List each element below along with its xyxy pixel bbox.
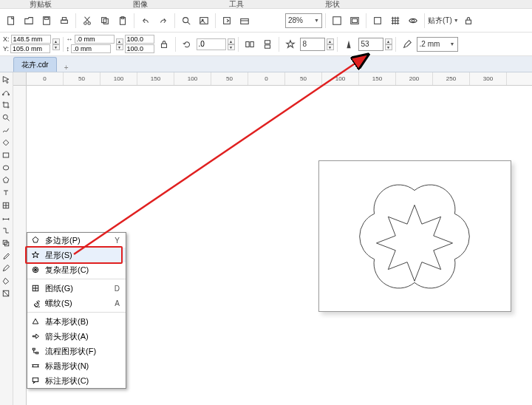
mirror-v-button[interactable] (259, 36, 276, 52)
flyout-label: 复杂星形(C) (45, 265, 89, 276)
table-tool[interactable] (0, 200, 12, 211)
lock-aspect-button[interactable] (156, 36, 172, 52)
cat-image: 图像 (133, 0, 148, 10)
fill-tool[interactable] (0, 275, 12, 287)
smart-fill-tool[interactable] (0, 137, 12, 149)
search-button[interactable] (178, 13, 194, 29)
eyedropper-tool[interactable] (0, 250, 12, 262)
svg-rect-38 (33, 348, 35, 350)
preview-button[interactable] (347, 13, 363, 29)
svg-rect-39 (36, 353, 38, 354)
svg-rect-3 (61, 20, 68, 23)
angle-input[interactable] (197, 38, 226, 50)
document-tab[interactable]: 花卉.cdr (13, 57, 57, 72)
complex-star-icon (30, 265, 41, 275)
add-tab-button[interactable]: + (60, 64, 73, 72)
polygon-tool-flyout: 多边形(P) Y 星形(S) 复杂星形(C) 图纸(G) D 螺纹(S) A 基… (27, 232, 126, 389)
outline-width-combo[interactable]: .2 mm▼ (417, 37, 458, 52)
scalex-input[interactable] (125, 35, 154, 44)
xy-spinner[interactable]: ▲▼ (52, 38, 60, 50)
flyout-complex-star[interactable]: 复杂星形(C) (27, 262, 126, 277)
svg-rect-25 (265, 40, 270, 43)
show-rulers-button[interactable] (369, 13, 386, 29)
flyout-polygon[interactable]: 多边形(P) Y (27, 233, 126, 248)
wh-spinner[interactable]: ▲▼ (116, 38, 123, 50)
shortcut: Y (112, 236, 123, 245)
eye-icon[interactable] (405, 13, 421, 29)
x-input[interactable] (11, 35, 51, 44)
flyout-banner-shapes[interactable]: 标题形状(N) (27, 358, 126, 373)
flyout-star[interactable]: 星形(S) (27, 248, 126, 262)
zoom-combo[interactable]: 28%▼ (285, 13, 322, 28)
freehand-tool[interactable] (0, 124, 12, 136)
sharp-spinner[interactable]: ▲▼ (385, 38, 392, 50)
svg-point-6 (88, 21, 91, 24)
height-input[interactable] (71, 44, 111, 53)
vertical-ruler[interactable] (13, 86, 27, 405)
points-input[interactable]: 8 (300, 38, 325, 51)
scaley-input[interactable] (125, 44, 154, 53)
ruler-origin[interactable] (13, 72, 27, 86)
publish-button[interactable] (236, 13, 253, 29)
pick-tool[interactable] (0, 74, 12, 86)
callout-icon (30, 375, 41, 386)
image-button[interactable] (196, 13, 212, 29)
interactive-fill-tool[interactable] (0, 287, 12, 299)
effects-tool[interactable] (0, 237, 12, 249)
sharpness-input[interactable]: 53 (358, 38, 383, 51)
mirror-h-button[interactable] (242, 36, 258, 52)
connector-tool[interactable] (0, 225, 12, 236)
flyout-arrow-shapes[interactable]: 箭头形状(A) (27, 329, 126, 344)
rectangle-tool[interactable] (0, 149, 12, 161)
horizontal-ruler[interactable]: 05010015010050050100150200250300 (27, 72, 532, 86)
toolbox (0, 72, 13, 405)
width-input[interactable] (75, 35, 115, 44)
dimension-tool[interactable] (0, 212, 12, 224)
flyout-graph-paper[interactable]: 图纸(G) D (27, 281, 126, 296)
svg-rect-16 (333, 16, 341, 24)
flyout-label: 流程图形状(F) (45, 346, 96, 357)
svg-rect-18 (352, 18, 358, 22)
export-button[interactable] (219, 13, 235, 29)
flyout-label: 图纸(G) (45, 283, 73, 294)
snap-label[interactable]: 贴齐(T) (428, 16, 452, 26)
svg-rect-0 (8, 16, 14, 24)
copy-button[interactable] (97, 13, 113, 29)
polygon-icon (30, 235, 41, 245)
fullscreen-button[interactable] (329, 13, 345, 29)
points-spinner[interactable]: ▲▼ (327, 38, 334, 50)
flyout-flowchart-shapes[interactable]: 流程图形状(F) (27, 344, 126, 358)
save-button[interactable] (38, 13, 55, 29)
new-doc-button[interactable] (3, 13, 19, 29)
text-tool[interactable] (0, 187, 12, 199)
angle-spinner[interactable]: ▲▼ (228, 38, 235, 50)
shape-tool[interactable] (0, 86, 12, 98)
outline-tool[interactable] (0, 262, 12, 274)
svg-rect-22 (161, 44, 166, 47)
basic-shape-icon (30, 316, 41, 327)
ellipse-tool[interactable] (0, 162, 12, 174)
flyout-basic-shapes[interactable]: 基本形状(B) (27, 314, 126, 329)
crop-tool[interactable] (0, 99, 12, 111)
open-doc-button[interactable] (21, 13, 37, 29)
y-input[interactable] (10, 44, 50, 53)
arrow-shape-icon (30, 331, 41, 341)
show-grid-button[interactable] (387, 13, 403, 29)
cat-tools: 工具 (229, 0, 244, 10)
paste-button[interactable] (115, 13, 131, 29)
print-button[interactable] (56, 13, 72, 29)
polygon-tool[interactable] (0, 174, 12, 186)
flyout-spiral[interactable]: 螺纹(S) A (27, 296, 126, 310)
undo-button[interactable] (137, 13, 154, 29)
zoom-tool[interactable] (0, 112, 12, 123)
redo-button[interactable] (155, 13, 171, 29)
chevron-down-icon: ▼ (454, 18, 459, 23)
flower-drawing (319, 161, 511, 311)
svg-rect-15 (241, 18, 249, 24)
svg-point-29 (3, 115, 7, 119)
lock-icon[interactable] (460, 13, 477, 29)
grid-icon (30, 283, 41, 293)
flyout-callout-shapes[interactable]: 标注形状(C) (27, 373, 126, 388)
svg-rect-23 (245, 41, 248, 47)
cut-button[interactable] (79, 13, 95, 29)
